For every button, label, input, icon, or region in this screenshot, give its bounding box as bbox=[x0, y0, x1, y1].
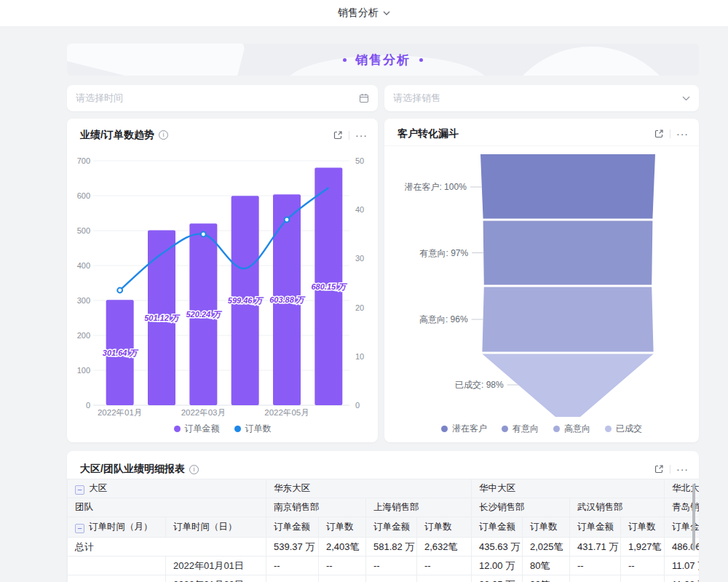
table-header-cell: 订单数 bbox=[319, 517, 366, 538]
table-cell: -- bbox=[417, 575, 472, 582]
table-cell: 431.71 万 bbox=[570, 538, 621, 557]
table-cell: -- bbox=[366, 575, 417, 582]
table-cell bbox=[68, 575, 166, 582]
legend-dot-icon bbox=[605, 426, 612, 432]
table-header-cell: 南京销售部 bbox=[266, 498, 366, 517]
legend-item[interactable]: 有意向 bbox=[502, 423, 539, 435]
legend-dot-icon bbox=[441, 426, 448, 432]
more-menu-icon[interactable]: ··· bbox=[355, 132, 368, 139]
banner-title: 销售分析 bbox=[355, 52, 411, 68]
table-header-cell: 订单金额 bbox=[366, 517, 417, 538]
funnel-card-header: 客户转化漏斗 ··· bbox=[384, 119, 699, 146]
table-cell: 2,025笔 bbox=[523, 538, 570, 557]
svg-text:400: 400 bbox=[77, 261, 90, 270]
table-cell: 23.05 万 bbox=[472, 575, 523, 582]
table-cell: -- bbox=[621, 557, 665, 575]
table-cell: 2,632笔 bbox=[417, 538, 472, 557]
table-row: 总计539.37 万2,403笔581.82 万2,632笔435.63 万2,… bbox=[68, 538, 700, 557]
table-cell: 539.37 万 bbox=[266, 538, 319, 557]
table-header-cell: 华东大区 bbox=[266, 479, 472, 498]
trend-chart-legend: 订单金额订单数 bbox=[67, 423, 378, 435]
svg-text:0: 0 bbox=[86, 401, 90, 410]
svg-text:100: 100 bbox=[77, 366, 90, 375]
table-header-cell: 订单数 bbox=[621, 517, 665, 538]
more-menu-icon[interactable]: ··· bbox=[676, 466, 689, 473]
header-region: −大区 bbox=[68, 479, 266, 498]
calendar-icon bbox=[359, 93, 369, 103]
sales-select-placeholder: 请选择销售 bbox=[393, 92, 440, 105]
table-cell: 2022年01月01日 bbox=[166, 557, 266, 575]
expand-icon[interactable] bbox=[654, 129, 664, 139]
table-cell: 2,403笔 bbox=[319, 538, 366, 557]
svg-text:300: 300 bbox=[77, 296, 90, 305]
table-cell: 435.63 万 bbox=[472, 538, 523, 557]
svg-text:30: 30 bbox=[355, 254, 364, 263]
svg-text:高意向: 96%: 高意向: 96% bbox=[419, 314, 468, 324]
svg-text:40: 40 bbox=[355, 205, 364, 214]
table-cell: -- bbox=[570, 575, 621, 582]
legend-item[interactable]: 订单数 bbox=[234, 423, 272, 435]
chevron-down-icon bbox=[383, 11, 390, 15]
svg-text:2022年01月: 2022年01月 bbox=[98, 408, 142, 417]
info-icon[interactable]: i bbox=[189, 465, 199, 474]
table-cell: 12.00 万 bbox=[472, 557, 523, 575]
svg-text:潜在客户: 100%: 潜在客户: 100% bbox=[404, 182, 467, 192]
legend-item[interactable]: 订单金额 bbox=[174, 423, 220, 435]
legend-dot-icon bbox=[234, 426, 241, 432]
table-header-cell: 上海销售部 bbox=[366, 498, 472, 517]
chevron-down-icon bbox=[682, 96, 690, 101]
svg-text:680.15 万: 680.15 万 bbox=[311, 282, 347, 291]
banner-dot bbox=[419, 58, 423, 62]
legend-item[interactable]: 已成交 bbox=[605, 423, 642, 435]
collapse-icon[interactable]: − bbox=[75, 485, 84, 495]
expand-icon[interactable] bbox=[333, 130, 343, 140]
legend-label: 已成交 bbox=[616, 423, 642, 435]
svg-text:0: 0 bbox=[355, 401, 360, 410]
legend-dot-icon bbox=[553, 426, 560, 432]
legend-label: 订单金额 bbox=[185, 423, 220, 435]
table-cell: 2022年01月02日 bbox=[166, 575, 266, 582]
sales-select[interactable]: 请选择销售 bbox=[384, 85, 699, 111]
divider bbox=[349, 131, 349, 140]
funnel-chart: 潜在客户: 100%有意向: 97%高意向: 96%已成交: 98% bbox=[384, 151, 699, 420]
funnel-card-title: 客户转化漏斗 bbox=[397, 127, 459, 140]
svg-text:10: 10 bbox=[355, 352, 364, 361]
svg-text:700: 700 bbox=[77, 156, 90, 165]
svg-text:301.64 万: 301.64 万 bbox=[103, 348, 139, 357]
svg-text:2022年05月: 2022年05月 bbox=[264, 408, 309, 417]
table-scrollbar[interactable] bbox=[692, 484, 695, 551]
table-header-cell: 订单数 bbox=[417, 517, 472, 538]
table-header-cell: 订单时间（日） bbox=[166, 517, 266, 538]
svg-text:520.24 万: 520.24 万 bbox=[186, 310, 222, 319]
page-selector[interactable]: 销售分析 bbox=[338, 7, 390, 20]
table-cell: -- bbox=[266, 557, 319, 575]
expand-icon[interactable] bbox=[654, 464, 664, 474]
time-range-picker[interactable]: 请选择时间 bbox=[67, 85, 378, 111]
info-icon[interactable]: i bbox=[159, 130, 168, 140]
sales-dashboard: 销售分析 销售分析 请选择时间 请选择销售 业绩/订单数趋势 i bbox=[0, 0, 728, 582]
table-header-cell: 武汉销售部 bbox=[570, 498, 665, 517]
legend-item[interactable]: 潜在客户 bbox=[441, 423, 487, 435]
more-menu-icon[interactable]: ··· bbox=[676, 130, 689, 137]
table-cell: -- bbox=[621, 575, 665, 582]
time-picker-placeholder: 请选择时间 bbox=[76, 92, 123, 105]
table-header-cell: 华中大区 bbox=[472, 479, 665, 498]
svg-text:200: 200 bbox=[77, 331, 90, 340]
svg-text:已成交: 98%: 已成交: 98% bbox=[455, 380, 504, 390]
svg-text:600: 600 bbox=[77, 191, 90, 200]
table-cell: 581.82 万 bbox=[366, 538, 417, 557]
collapse-icon[interactable]: − bbox=[75, 524, 84, 533]
table-header-cell: −订单时间（月） bbox=[68, 517, 166, 538]
divider bbox=[670, 129, 670, 138]
table-header-cell: 订单金额 bbox=[570, 517, 621, 538]
table-row: 2022年01月01日--------12.00 万80笔----11.07 万 bbox=[68, 557, 700, 575]
funnel-chart-card: 客户转化漏斗 ··· 潜在客户: 100%有意向: 97%高意向: 96%已成交… bbox=[384, 119, 699, 442]
legend-dot-icon bbox=[502, 426, 508, 432]
table-header-cell: 长沙销售部 bbox=[472, 498, 570, 517]
table-cell: 80笔 bbox=[523, 557, 570, 575]
table-cell: -- bbox=[366, 557, 417, 575]
legend-item[interactable]: 高意向 bbox=[553, 423, 590, 435]
table-header-cell: 订单金额 bbox=[472, 517, 523, 538]
table-header-cell: 订单金额 bbox=[266, 517, 319, 538]
banner-dot bbox=[343, 58, 347, 62]
